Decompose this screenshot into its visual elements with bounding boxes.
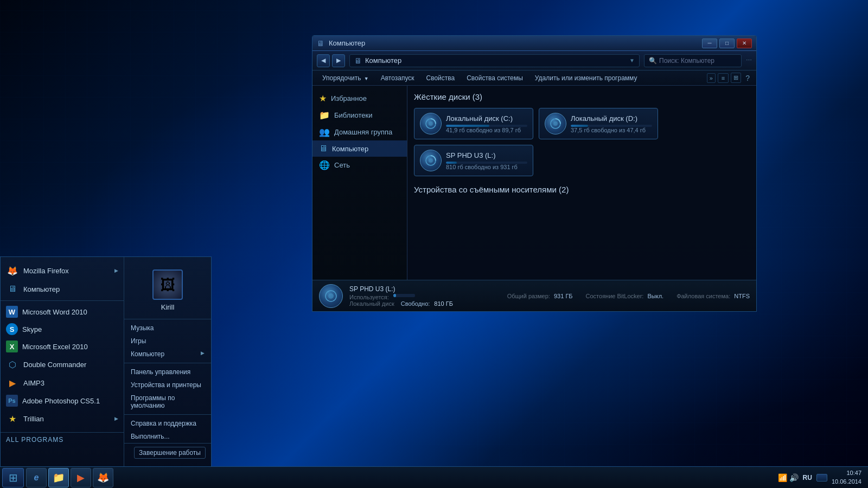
sidebar-item-homegroup[interactable]: 👥 Домашняя группа [312, 124, 407, 140]
sidebar-item-network[interactable]: 🌐 Сеть [312, 157, 407, 174]
user-section: 🖼 Kirill [124, 261, 211, 317]
maximize-button[interactable]: □ [719, 38, 735, 48]
clock-time: 10:47 [832, 469, 861, 477]
taskbar-ie[interactable]: e [26, 468, 47, 487]
minimize-button[interactable]: ─ [702, 38, 717, 48]
svg-point-7 [328, 293, 334, 299]
right-item-music[interactable]: Музыка [124, 322, 211, 335]
sidebar-item-computer[interactable]: 🖥 Компьютер [312, 140, 407, 157]
start-menu-item-skype[interactable]: S Skype [1, 320, 124, 338]
start-menu-item-excel[interactable]: X Microsoft Excel 2010 [1, 338, 124, 355]
sidebar-item-favorites[interactable]: ★ Избранное [312, 90, 407, 107]
user-name: Kirill [161, 303, 175, 311]
shutdown-button[interactable]: Завершение работы [134, 447, 206, 459]
taskbar-firefox[interactable]: 🦊 [93, 468, 113, 487]
menu-autosave[interactable]: Автозапуск [375, 73, 420, 84]
view-controls: » ≡ ⊞ ? [707, 73, 752, 84]
nav-back-button[interactable]: ◀ [317, 54, 330, 67]
explorer-icon: 📁 [53, 472, 65, 484]
excel-icon: X [6, 341, 18, 352]
computer-arrow-icon: ▶ [201, 350, 205, 356]
drive-icon-d [545, 113, 566, 134]
view-more-button[interactable]: » [707, 73, 716, 83]
menu-uninstall[interactable]: Удалить или изменить программу [529, 73, 643, 84]
search-box[interactable]: 🔍 Поиск: Компьютер [644, 54, 742, 67]
start-menu-item-trillian[interactable]: ★ Trillian ▶ [1, 409, 124, 428]
right-item-computer[interactable]: Компьютер ▶ [124, 348, 211, 361]
start-button[interactable]: ⊞ [2, 468, 24, 487]
drive-header-l: SP PHD U3 (L:) 810 гб свободно из 931 гб [420, 150, 527, 171]
svg-point-1 [429, 121, 433, 126]
start-orb-icon: ⊞ [9, 471, 18, 484]
explorer-toolbar: ◀ ▶ 🖥 Компьютер ▼ 🔍 Поиск: Компьютер ⋯ [312, 51, 756, 70]
start-menu-item-firefox[interactable]: 🦊 Mozilla Firefox ▶ [1, 261, 124, 280]
right-item-help[interactable]: Справка и поддержка [124, 417, 211, 430]
right-item-games[interactable]: Игры [124, 335, 211, 348]
lang-indicator[interactable]: RU [803, 474, 812, 481]
media-icon: ▶ [77, 472, 85, 484]
start-menu-item-photoshop[interactable]: Ps Adobe Photoshop CS5.1 [1, 392, 124, 409]
ie-icon: e [34, 473, 39, 483]
all-programs-label[interactable]: ALL PROGRAMS [1, 432, 124, 447]
svg-point-3 [553, 121, 558, 126]
start-menu-item-aimp[interactable]: ▶ AIMP3 [1, 374, 124, 392]
drive-info-d: Локальный диск (D:) 37,5 гб свободно из … [571, 114, 652, 133]
address-bar[interactable]: 🖥 Компьютер ▼ [349, 54, 640, 67]
menu-divider-right-1 [124, 319, 211, 319]
status-drive-icon [319, 284, 343, 308]
taskbar-explorer[interactable]: 📁 [48, 468, 69, 487]
drive-item-l[interactable]: SP PHD U3 (L:) 810 гб свободно из 931 гб [414, 145, 533, 176]
right-item-control[interactable]: Панель управления [124, 365, 211, 378]
help-button[interactable]: ? [743, 73, 752, 84]
explorer-menubar: Упорядочить ▼ Автозапуск Свойства Свойст… [312, 70, 756, 86]
right-item-devices[interactable]: Устройства и принтеры [124, 378, 211, 391]
start-menu-item-dcommander[interactable]: ⬡ Double Commander [1, 355, 124, 374]
explorer-body: ★ Избранное 📁 Библиотеки 👥 Домашняя груп… [312, 86, 756, 280]
drive-name-l: SP PHD U3 (L:) [446, 151, 527, 159]
drive-icon-l [420, 150, 442, 171]
status-drive-name: SP PHD U3 (L:) [349, 285, 453, 293]
menu-properties[interactable]: Свойства [421, 73, 461, 84]
close-button[interactable]: ✕ [737, 38, 752, 48]
more-options-icon[interactable]: ⋯ [746, 57, 752, 64]
menu-sys-props[interactable]: Свойства системы [461, 73, 528, 84]
taskbar-clock: 10:47 10.06.2014 [832, 469, 861, 486]
svg-point-5 [429, 158, 433, 163]
menu-organize[interactable]: Упорядочить ▼ [317, 73, 374, 84]
drive-info-c: Локальный диск (C:) 41,9 гб свободно из … [446, 114, 527, 133]
start-menu-item-word[interactable]: W Microsoft Word 2010 [1, 303, 124, 320]
organize-arrow: ▼ [364, 76, 369, 81]
window-controls: ─ □ ✕ [702, 38, 752, 48]
network-icon: 🌐 [319, 160, 330, 170]
dcommander-icon: ⬡ [6, 358, 19, 371]
view-list-button[interactable]: ≡ [718, 73, 729, 83]
sidebar-item-libraries[interactable]: 📁 Библиотеки [312, 107, 407, 124]
start-menu-pinned-apps: 🦊 Mozilla Firefox ▶ 🖥 Компьютер W Micros… [1, 257, 124, 432]
user-avatar: 🖼 [152, 269, 183, 300]
start-menu-right-panel: 🖼 Kirill Музыка Игры Компьютер ▶ Панель … [124, 257, 211, 466]
skype-icon: S [6, 323, 18, 335]
start-menu: 🦊 Mozilla Firefox ▶ 🖥 Компьютер W Micros… [0, 256, 212, 466]
taskbar: ⊞ e 📁 ▶ 🦊 📶 🔊 RU 10:47 10.06.2014 [0, 466, 868, 488]
view-grid-button[interactable]: ⊞ [731, 73, 741, 83]
drive-item-d[interactable]: Локальный диск (D:) 37,5 гб свободно из … [539, 108, 658, 139]
right-item-defaults[interactable]: Программы по умолчанию [124, 391, 211, 412]
drive-space-d: 37,5 гб свободно из 47,4 гб [571, 127, 652, 133]
menu-divider-right-3 [124, 414, 211, 415]
computer-sidebar-icon: 🖥 [319, 144, 328, 153]
start-menu-item-computer[interactable]: 🖥 Компьютер [1, 280, 124, 298]
right-item-run[interactable]: Выполнить... [124, 430, 211, 443]
hard-drives-title: Жёсткие диски (3) [414, 92, 750, 101]
titlebar-icon: 🖥 [317, 39, 324, 48]
address-icon: 🖥 [354, 56, 362, 65]
firefox-icon: 🦊 [6, 264, 19, 277]
free-value: 810 ГБ [434, 300, 453, 307]
menu-divider-1 [1, 300, 124, 301]
volume-icon: 🔊 [789, 473, 799, 482]
taskbar-media[interactable]: ▶ [71, 468, 91, 487]
nav-forward-button[interactable]: ▶ [332, 54, 345, 67]
localtype-label: Локальный диск [349, 300, 394, 307]
drive-item-c[interactable]: Локальный диск (C:) 41,9 гб свободно из … [414, 108, 533, 139]
explorer-titlebar: 🖥 Компьютер ─ □ ✕ [312, 36, 756, 51]
drive-space-l: 810 гб свободно из 931 гб [446, 164, 527, 170]
